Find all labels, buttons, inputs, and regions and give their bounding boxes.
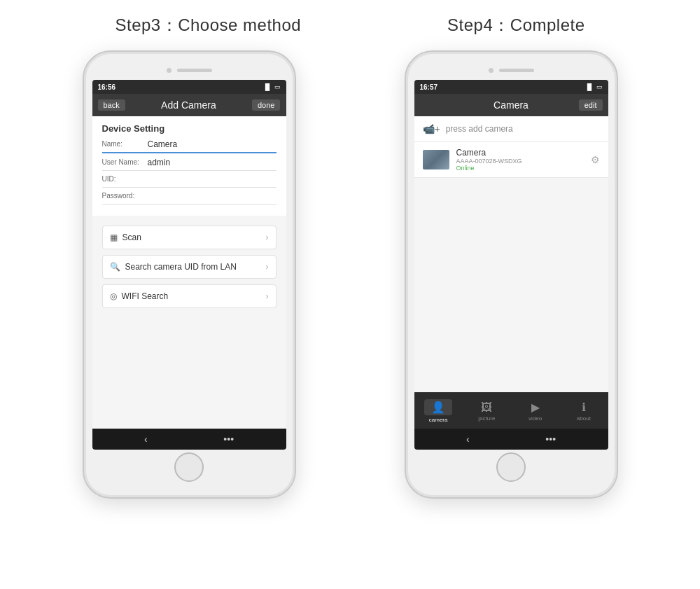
phone1-speaker xyxy=(177,69,212,72)
phone2-signal-icon: ▐▌ xyxy=(585,83,594,90)
camera-gear-icon[interactable]: ⚙ xyxy=(591,154,600,165)
phone1-back-button[interactable]: back xyxy=(98,99,125,111)
camera-uid: AAAA-007028-WSDXG xyxy=(456,158,584,165)
scan-button-left: ▦ Scan xyxy=(110,233,141,242)
name-label: Name: xyxy=(102,140,148,149)
phone2-battery-icon: ▭ xyxy=(596,83,603,90)
password-label: Password: xyxy=(102,192,148,201)
phone2-nav-title: Camera xyxy=(493,99,528,111)
camera-thumb-image xyxy=(423,150,449,169)
phone2-status-icons: ▐▌ ▭ xyxy=(585,83,603,90)
search-uid-chevron-icon: › xyxy=(266,262,269,272)
phone1-android-dots[interactable]: ••• xyxy=(223,434,234,445)
tab-camera[interactable]: 👤 camera xyxy=(414,399,463,423)
phone2-speaker xyxy=(499,69,534,72)
scan-chevron-icon: › xyxy=(266,233,269,242)
camera-thumbnail xyxy=(423,150,449,169)
phone1-navbar: back Add Camera done xyxy=(92,94,286,116)
phone1-camera xyxy=(167,68,172,73)
name-field-row: Name: Camera xyxy=(102,139,276,153)
username-value[interactable]: admin xyxy=(148,158,276,167)
methods-section: ▦ Scan › 🔍 Search camera UID from LAN › xyxy=(92,226,286,308)
phone1-content: Device Setting Name: Camera User Name: a… xyxy=(92,116,286,429)
phone1-done-button[interactable]: done xyxy=(252,99,280,111)
phone2-camera xyxy=(489,68,493,73)
phone2-notch xyxy=(414,64,608,76)
add-camera-text: press add camera xyxy=(446,124,513,134)
phone2-android-back[interactable]: ‹ xyxy=(466,434,470,445)
phone2: 16:57 ▐▌ ▭ Camera edit 📹+ press add came… xyxy=(405,50,618,499)
video-tab-label: video xyxy=(528,415,542,422)
phone2-edit-button[interactable]: edit xyxy=(579,99,603,111)
phone2-android-nav: ‹ ••• xyxy=(414,429,608,450)
camera-status: Online xyxy=(456,165,584,172)
add-camera-row[interactable]: 📹+ press add camera xyxy=(414,116,608,142)
tab-video[interactable]: ▶ video xyxy=(511,401,559,422)
tab-about[interactable]: ℹ about xyxy=(559,401,608,422)
step3-title: Step3：Choose method xyxy=(115,14,301,36)
camera-tab-label: camera xyxy=(429,417,448,423)
camera-info: Camera AAAA-007028-WSDXG Online xyxy=(456,148,584,172)
phone1-status-bar: 16:56 ▐▌ ▭ xyxy=(92,80,286,94)
about-tab-label: about xyxy=(577,415,591,422)
search-icon: 🔍 xyxy=(110,262,120,272)
phone1-android-nav: ‹ ••• xyxy=(92,429,286,450)
phone1-screen: 16:56 ▐▌ ▭ back Add Camera done Device S… xyxy=(92,80,286,450)
picture-tab-label: picture xyxy=(478,415,495,422)
phone1-home-button[interactable] xyxy=(174,452,204,482)
wifi-chevron-icon: › xyxy=(266,291,269,301)
phone1-time: 16:56 xyxy=(98,83,116,91)
phone2-tab-bar: 👤 camera 🖼 picture ▶ video ℹ about xyxy=(414,392,608,429)
phone2-screen: 16:57 ▐▌ ▭ Camera edit 📹+ press add came… xyxy=(414,80,608,450)
picture-tab-icon: 🖼 xyxy=(481,401,492,414)
uid-field-row: UID: xyxy=(102,175,276,188)
phone2-navbar: Camera edit xyxy=(414,94,608,116)
phone2-time: 16:57 xyxy=(420,83,438,91)
search-uid-button-left: 🔍 Search camera UID from LAN xyxy=(110,262,237,272)
camera-tab-icon: 👤 xyxy=(431,401,445,414)
phone1-notch xyxy=(92,64,286,76)
phone1-android-back[interactable]: ‹ xyxy=(144,434,148,445)
device-setting-section: Device Setting Name: Camera User Name: a… xyxy=(92,116,286,216)
username-field-row: User Name: admin xyxy=(102,158,276,171)
search-uid-label: Search camera UID from LAN xyxy=(125,262,237,272)
uid-label: UID: xyxy=(102,175,148,184)
tab-picture[interactable]: 🖼 picture xyxy=(463,401,511,422)
phone2-home-area xyxy=(496,450,526,485)
phone2-android-dots[interactable]: ••• xyxy=(545,434,556,445)
phone2-status-bar: 16:57 ▐▌ ▭ xyxy=(414,80,608,94)
phone1-home-area xyxy=(174,450,204,485)
phone2-home-button[interactable] xyxy=(496,452,526,482)
camera-item[interactable]: Camera AAAA-007028-WSDXG Online ⚙ xyxy=(414,142,608,178)
wifi-search-button[interactable]: ◎ WIFI Search › xyxy=(102,284,276,308)
step4-title: Step4：Complete xyxy=(447,14,584,36)
scan-icon: ▦ xyxy=(110,233,118,242)
camera-list: 📹+ press add camera Camera AAAA-007028-W… xyxy=(414,116,608,392)
search-uid-button[interactable]: 🔍 Search camera UID from LAN › xyxy=(102,255,276,279)
wifi-search-button-left: ◎ WIFI Search xyxy=(110,291,169,301)
phone1-signal-icon: ▐▌ xyxy=(263,83,272,90)
scan-button[interactable]: ▦ Scan › xyxy=(102,226,276,249)
device-setting-title: Device Setting xyxy=(102,123,276,134)
wifi-icon: ◎ xyxy=(110,291,117,301)
about-tab-icon: ℹ xyxy=(582,401,586,414)
add-camera-icon: 📹+ xyxy=(423,123,440,134)
phone1: 16:56 ▐▌ ▭ back Add Camera done Device S… xyxy=(83,50,296,499)
phone1-status-icons: ▐▌ ▭ xyxy=(263,83,281,90)
phone1-battery-icon: ▭ xyxy=(274,83,281,90)
scan-label: Scan xyxy=(122,233,141,242)
wifi-search-label: WIFI Search xyxy=(122,291,169,301)
video-tab-icon: ▶ xyxy=(531,401,540,414)
name-value[interactable]: Camera xyxy=(148,139,276,149)
phone1-nav-title: Add Camera xyxy=(161,99,216,111)
camera-name: Camera xyxy=(456,148,584,158)
password-field-row: Password: xyxy=(102,192,276,205)
username-label: User Name: xyxy=(102,158,148,167)
